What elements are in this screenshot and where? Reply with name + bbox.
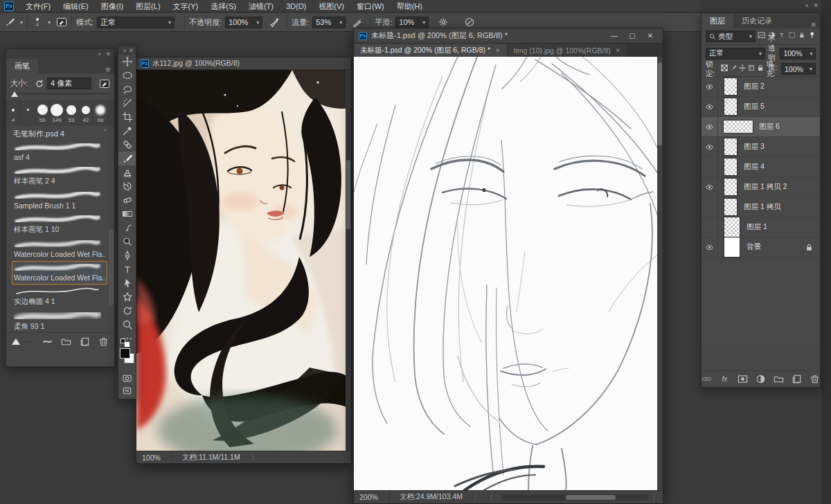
- history-brush-tool[interactable]: [118, 179, 136, 193]
- layer-row-图层-6[interactable]: 图层 6: [702, 117, 820, 137]
- healing-brush-tool[interactable]: [118, 138, 136, 152]
- brush-pressure-size-icon[interactable]: [464, 17, 475, 28]
- layer-thumbnail[interactable]: [724, 138, 738, 156]
- layer-thumbnail[interactable]: [724, 98, 738, 116]
- filter-toggle-pin[interactable]: [808, 31, 816, 42]
- brush-preset[interactable]: asf 4: [12, 141, 107, 164]
- layer-name[interactable]: 图层 3: [744, 142, 765, 152]
- menu-item-10[interactable]: 窗口(W): [350, 0, 391, 12]
- menu-item-1[interactable]: 文件(F): [19, 0, 57, 12]
- add-layer-mask-icon[interactable]: [738, 374, 748, 384]
- tab-layers[interactable]: 图层: [702, 14, 733, 28]
- menu-item-8[interactable]: 3D(D): [280, 0, 312, 12]
- move-tool[interactable]: [118, 55, 136, 69]
- layer-thumbnail[interactable]: [724, 198, 738, 216]
- layer-visibility-toggle[interactable]: [702, 217, 718, 237]
- layer-thumbnail[interactable]: [724, 158, 738, 176]
- tab-close-icon[interactable]: ✕: [616, 47, 621, 54]
- layer-fill-select[interactable]: 100%▾: [781, 63, 816, 75]
- doc2-status-menu-arrow[interactable]: 〉: [474, 493, 480, 502]
- layer-name[interactable]: 图层 4: [744, 162, 765, 172]
- panel-menu-icon[interactable]: ≡: [812, 20, 816, 28]
- brush-tip-53[interactable]: 53: [64, 101, 79, 125]
- airbrush-opacity-pressure-icon[interactable]: [269, 17, 280, 28]
- brush-preset[interactable]: 样本画笔 1 10: [12, 213, 107, 237]
- tab-close-icon[interactable]: ✕: [495, 47, 501, 54]
- smoothing-select[interactable]: 10%▾: [395, 17, 429, 28]
- gradient-tool[interactable]: [118, 207, 136, 221]
- layer-blend-mode-select[interactable]: 正常▾: [706, 48, 765, 60]
- flow-select[interactable]: 53%▾: [312, 17, 346, 28]
- menu-item-5[interactable]: 文字(Y): [167, 0, 205, 12]
- brush-preset[interactable]: Watercolor Loaded Wet Fla..: [12, 237, 107, 261]
- brush-size-slider[interactable]: [11, 91, 109, 98]
- layer-name[interactable]: 图层 2: [744, 82, 765, 91]
- reset-size-icon[interactable]: [35, 79, 44, 89]
- new-brush-icon[interactable]: [80, 336, 90, 347]
- layer-row-图层-5[interactable]: 图层 5: [702, 97, 820, 117]
- layer-thumbnail[interactable]: [724, 237, 740, 258]
- document-tab-1[interactable]: 未标题-1.psd @ 200% (图层 6, RGB/8) *✕: [354, 44, 507, 57]
- new-group-folder-icon[interactable]: [61, 336, 71, 347]
- smoothing-gear-icon[interactable]: [438, 17, 449, 28]
- brush-tip-59[interactable]: 59: [35, 101, 50, 125]
- link-layers-icon[interactable]: [702, 374, 712, 384]
- dodge-tool[interactable]: [118, 235, 136, 249]
- layer-styles-fx-icon[interactable]: fx: [720, 374, 730, 384]
- quick-mask-button[interactable]: [118, 372, 136, 384]
- layer-name[interactable]: 背景: [747, 242, 761, 252]
- collapse-group-icon[interactable]: ⌃: [102, 129, 107, 139]
- collapse-panel-icon[interactable]: «: [123, 47, 126, 54]
- path-select-tool[interactable]: [118, 276, 136, 290]
- layer-thumbnail[interactable]: [724, 120, 753, 133]
- brush-preset-picker[interactable]: 4 ▾: [32, 17, 51, 28]
- brush-tip-small-1[interactable]: [21, 101, 35, 125]
- menu-item-3[interactable]: 图像(I): [95, 0, 129, 12]
- menu-item-9[interactable]: 视图(V): [312, 0, 350, 12]
- brush-tool-preset[interactable]: ▾: [4, 17, 23, 28]
- close-button[interactable]: ✕: [643, 30, 658, 41]
- type-tool[interactable]: T: [118, 262, 136, 276]
- layer-name[interactable]: 图层 5: [744, 102, 765, 111]
- layer-visibility-toggle[interactable]: [702, 97, 718, 116]
- close-panel-icon[interactable]: ✕: [128, 47, 134, 54]
- zoom-tool[interactable]: [118, 318, 136, 332]
- menu-item-7[interactable]: 滤镜(T): [242, 0, 280, 12]
- layer-visibility-toggle[interactable]: [702, 77, 718, 96]
- layer-filter-type-select[interactable]: 类型 ▾: [706, 30, 756, 42]
- scroll-right-arrow[interactable]: 〉: [652, 493, 659, 502]
- doc1-zoom-level[interactable]: 100%: [136, 451, 172, 463]
- layer-visibility-toggle[interactable]: [702, 237, 718, 257]
- brush-tip-42[interactable]: 42: [79, 101, 93, 125]
- blend-mode-select[interactable]: 正常▾: [97, 17, 175, 28]
- brush-settings-icon[interactable]: [99, 78, 110, 89]
- brush-tip-66[interactable]: 66: [93, 101, 108, 125]
- layer-visibility-toggle[interactable]: [702, 157, 718, 177]
- crop-tool[interactable]: [118, 110, 136, 124]
- tab-brushes[interactable]: 画笔: [6, 59, 38, 73]
- brush-preset[interactable]: Sampled Brush 1 1: [12, 189, 107, 213]
- brush-tip-4[interactable]: 4: [6, 101, 21, 125]
- lock-position-icon[interactable]: [739, 64, 746, 73]
- eyedropper-tool[interactable]: [118, 124, 136, 138]
- collapse-dock-icon[interactable]: «: [805, 2, 808, 9]
- brush-preset[interactable]: 样本画笔 2 4: [12, 164, 107, 189]
- new-layer-icon[interactable]: [792, 374, 802, 384]
- layer-row-图层-4[interactable]: 图层 4: [702, 157, 820, 177]
- screen-mode-button[interactable]: [118, 384, 136, 397]
- layer-thumbnail[interactable]: [724, 217, 740, 237]
- doc2-vertical-scrollbar[interactable]: [657, 57, 663, 490]
- document-tab-2[interactable]: timg (10).jpg @ 100%(RGB/8)✕: [508, 44, 627, 57]
- brush-size-input[interactable]: 4 像素: [47, 78, 91, 89]
- lock-image-pixels-icon[interactable]: [730, 64, 737, 73]
- filter-pixel-layers-icon[interactable]: [758, 31, 766, 42]
- layer-visibility-toggle[interactable]: [702, 177, 718, 197]
- lock-transparent-pixels-icon[interactable]: [721, 64, 728, 73]
- layer-name[interactable]: 图层 1 拷贝: [744, 202, 781, 212]
- photoshop-logo[interactable]: Ps: [4, 1, 14, 11]
- doc2-zoom-level[interactable]: 200%: [354, 491, 390, 503]
- layer-visibility-toggle[interactable]: [702, 197, 718, 217]
- airbrush-toggle-icon[interactable]: [352, 17, 363, 28]
- brush-preset-selected[interactable]: Watercolor Loaded Wet Fla..: [12, 261, 107, 285]
- layer-opacity-select[interactable]: 100%▾: [780, 48, 816, 60]
